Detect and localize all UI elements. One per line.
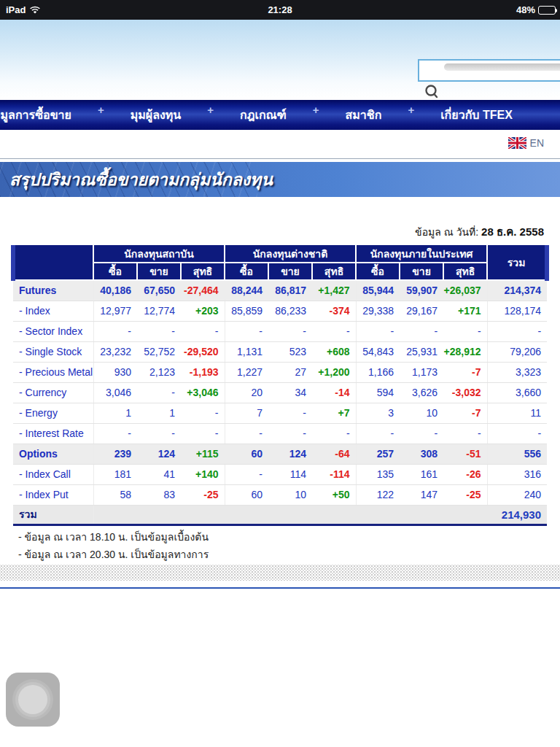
nav-item[interactable]: กฎเกณฑ์ xyxy=(237,109,289,121)
cell: 161 xyxy=(400,464,443,484)
nav-item[interactable]: ข้อมูลการซื้อขาย xyxy=(0,109,74,121)
cell: 3,323 xyxy=(487,362,547,382)
main-nav-bar: ข้อมูลการซื้อขาย+มุมผู้ลงทุน+กฎเกณฑ์+สมา… xyxy=(0,100,560,130)
cell: 10 xyxy=(268,484,312,505)
cell: 11 xyxy=(487,403,547,423)
cell: 1 xyxy=(137,403,181,423)
cell: 59,907 xyxy=(400,280,443,301)
cell: 214,374 xyxy=(487,280,547,301)
cell: - xyxy=(400,321,443,341)
cell: 83 xyxy=(137,484,181,505)
report-notes: - ข้อมูล ณ เวลา 18.10 น. เป็นข้อมูลเบื้อ… xyxy=(18,528,209,563)
table-row: - Currency3,046-+3,0462034-145943,626-3,… xyxy=(13,382,547,403)
cell: -14 xyxy=(312,382,356,403)
row-label: - Energy xyxy=(13,403,93,423)
group-header-institution: นักลงทุนสถาบัน xyxy=(93,245,225,263)
cell: +140 xyxy=(181,464,225,484)
cell: 128,174 xyxy=(487,301,547,321)
subheader-buy: ซื้อ xyxy=(225,263,268,280)
cell: - xyxy=(225,423,268,444)
cell: 181 xyxy=(93,464,137,484)
row-label: - Interest Rate xyxy=(13,423,93,444)
cell: - xyxy=(93,423,137,444)
as-of-label: ข้อมูล ณ วันที่: xyxy=(415,226,478,238)
cell: -3,032 xyxy=(443,382,487,403)
cell: 239 xyxy=(93,444,137,464)
cell: 12,977 xyxy=(93,301,137,321)
row-label: - Currency xyxy=(13,382,93,403)
cell: 25,931 xyxy=(400,341,443,362)
cell: - xyxy=(356,321,400,341)
cell: - xyxy=(356,423,400,444)
cell: 3,626 xyxy=(400,382,443,403)
table-header: นักลงทุนสถาบัน นักลงทุนต่างชาติ นักลงทุน… xyxy=(13,245,547,280)
as-of-dateline: ข้อมูล ณ วันที่: 28 ธ.ค. 2558 xyxy=(415,223,544,241)
cell: - xyxy=(268,321,312,341)
table-row: - Energy11-7-+7310-711 xyxy=(13,403,547,423)
subheader-buy: ซื้อ xyxy=(93,263,137,280)
page-title-banner: สรุปปริมาณซื้อขายตามกลุ่มนักลงทุน xyxy=(0,162,560,197)
cell: 1,166 xyxy=(356,362,400,382)
cell: -25 xyxy=(181,484,225,505)
cell: 79,206 xyxy=(487,341,547,362)
cell: - xyxy=(312,423,356,444)
cell: 67,650 xyxy=(137,280,181,301)
grand-total-row: รวม 214,930 xyxy=(13,505,547,525)
ios-status-bar: iPad 21:28 48% xyxy=(0,0,560,20)
investor-summary-table-wrap: นักลงทุนสถาบัน นักลงทุนต่างชาติ นักลงทุน… xyxy=(11,245,545,526)
cell: - xyxy=(225,321,268,341)
cell: +7 xyxy=(312,403,356,423)
cell: 52,752 xyxy=(137,341,181,362)
cell: - xyxy=(487,321,547,341)
as-of-date: 28 ธ.ค. 2558 xyxy=(481,225,544,238)
cell: +1,200 xyxy=(312,362,356,382)
cell: +608 xyxy=(312,341,356,362)
cell: 23,232 xyxy=(93,341,137,362)
blue-divider-line xyxy=(0,587,560,589)
cell: - xyxy=(181,321,225,341)
cell: 147 xyxy=(400,484,443,505)
cell: 86,817 xyxy=(268,280,312,301)
cell: - xyxy=(181,423,225,444)
assistive-ring-outer xyxy=(12,679,53,720)
cell: 1,227 xyxy=(225,362,268,382)
cell: - xyxy=(137,423,181,444)
grand-total-value: 214,930 xyxy=(487,505,547,525)
row-label: Futures xyxy=(13,280,93,301)
grand-total-spacer xyxy=(93,505,487,525)
subheader-net: สุทธิ xyxy=(312,263,356,280)
magnifier-icon[interactable] xyxy=(424,84,440,100)
cell: - xyxy=(137,382,181,403)
assistive-touch-button[interactable] xyxy=(6,673,60,727)
cell: 135 xyxy=(356,464,400,484)
cell: 29,167 xyxy=(400,301,443,321)
nav-plus-icon: + xyxy=(98,104,104,116)
cell: - xyxy=(268,403,312,423)
cell: +1,427 xyxy=(312,280,356,301)
cell: 240 xyxy=(487,484,547,505)
cell: 58 xyxy=(93,484,137,505)
nav-item[interactable]: สมาชิก xyxy=(343,109,385,121)
cell: -29,520 xyxy=(181,341,225,362)
cell: - xyxy=(268,423,312,444)
cell: -51 xyxy=(443,444,487,464)
table-row: - Precious Metal9302,123-1,1931,22727+1,… xyxy=(13,362,547,382)
cell: -25 xyxy=(443,484,487,505)
cell: 41 xyxy=(137,464,181,484)
language-switch[interactable]: EN xyxy=(508,137,544,149)
subheader-sell: ขาย xyxy=(400,263,443,280)
nav-plus-icon: + xyxy=(313,104,319,116)
nav-item[interactable]: มุมผู้ลงทุน xyxy=(128,109,184,121)
cell: 10 xyxy=(400,403,443,423)
cell: 12,774 xyxy=(137,301,181,321)
cell: 316 xyxy=(487,464,547,484)
search-input[interactable] xyxy=(418,59,560,82)
nav-item[interactable]: เกี่ยวกับ TFEX xyxy=(438,109,516,121)
assistive-ring-mid xyxy=(15,682,50,717)
table-row: Futures40,18667,650-27,46488,24486,817+1… xyxy=(13,280,547,301)
header-gradient-zone xyxy=(0,20,560,100)
nav-items: ข้อมูลการซื้อขาย+มุมผู้ลงทุน+กฎเกณฑ์+สมา… xyxy=(0,106,516,124)
table-row: - Sector Index---------- xyxy=(13,321,547,341)
nav-plus-icon: + xyxy=(408,104,414,116)
cell: 257 xyxy=(356,444,400,464)
